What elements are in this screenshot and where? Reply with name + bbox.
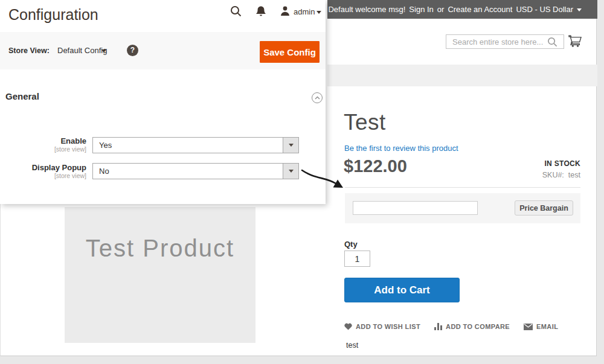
sku-line: SKU#:test <box>399 171 580 179</box>
qty-input[interactable] <box>344 251 370 267</box>
enable-field-label: Enable [store view] <box>0 137 86 153</box>
search-icon[interactable] <box>547 37 557 47</box>
add-to-compare-link[interactable]: ADD TO COMPARE <box>434 323 510 330</box>
notifications-bell-icon[interactable] <box>255 5 266 18</box>
collapse-section-icon[interactable] <box>312 92 323 103</box>
create-account-link[interactable]: Create an Account <box>448 5 512 14</box>
admin-config-panel: Configuration admin Store View: Default … <box>0 0 326 204</box>
admin-toolbar: Store View: Default Config ? Save Config <box>0 32 326 69</box>
field-scope: [store view] <box>0 145 86 153</box>
product-actions: ADD TO WISH LIST ADD TO COMPARE EMAIL <box>344 323 586 330</box>
chevron-down-icon[interactable] <box>101 49 106 53</box>
heart-icon <box>344 323 352 330</box>
price-bargain-panel: Price Bargain <box>345 193 580 223</box>
email-icon <box>524 324 533 330</box>
save-config-button[interactable]: Save Config <box>260 41 320 63</box>
currency-selector[interactable]: USD - US Dollar <box>516 5 582 14</box>
bargain-price-input[interactable] <box>353 201 478 215</box>
section-title-general: General <box>5 91 39 101</box>
add-to-wishlist-link[interactable]: ADD TO WISH LIST <box>344 323 420 330</box>
enable-select[interactable]: Yes <box>92 137 299 153</box>
admin-search-icon[interactable] <box>230 5 242 17</box>
admin-user-icon[interactable] <box>280 5 291 16</box>
price-bargain-button[interactable]: Price Bargain <box>515 200 573 216</box>
email-label: EMAIL <box>536 323 558 330</box>
chevron-down-icon[interactable] <box>316 11 321 14</box>
help-icon[interactable]: ? <box>127 45 138 56</box>
add-to-cart-button[interactable]: Add to Cart <box>344 278 460 302</box>
wishlist-label: ADD TO WISH LIST <box>356 323 420 330</box>
compare-icon <box>434 323 442 330</box>
stock-sku-block: IN STOCK SKU#:test <box>399 159 580 179</box>
search-input[interactable] <box>446 34 564 49</box>
product-description: test <box>346 341 358 350</box>
compare-label: ADD TO COMPARE <box>446 323 510 330</box>
product-title: Test <box>344 110 386 135</box>
page-title: Configuration <box>8 6 98 24</box>
field-scope: [store view] <box>0 172 86 180</box>
email-link[interactable]: EMAIL <box>524 323 558 330</box>
stock-status: IN STOCK <box>399 159 580 168</box>
admin-user-label[interactable]: admin <box>294 7 315 16</box>
cart-icon[interactable] <box>568 35 582 47</box>
store-view-selector[interactable]: Default Config <box>57 46 107 55</box>
qty-label: Qty <box>344 240 358 249</box>
currency-label: USD - US Dollar <box>516 5 573 14</box>
product-price: $122.00 <box>344 156 407 176</box>
breadcrumb-band <box>327 65 597 86</box>
or-text: or <box>437 5 445 14</box>
review-link[interactable]: Be the first to review this product <box>344 144 458 153</box>
welcome-message: Default welcome msg! <box>328 5 405 14</box>
chevron-down-icon <box>283 138 298 153</box>
sku-value: test <box>568 171 580 179</box>
product-image-placeholder: Test Product <box>65 207 255 343</box>
field-label: Enable <box>0 137 86 145</box>
chevron-down-icon <box>577 8 582 11</box>
display-popup-select[interactable]: No <box>92 163 299 179</box>
screen: Default welcome msg! Sign In or Create a… <box>0 0 604 364</box>
placeholder-label: Test Product <box>86 235 234 261</box>
store-view-label: Store View: <box>8 46 50 55</box>
sku-label: SKU#: <box>542 171 564 179</box>
divider <box>345 187 580 188</box>
select-value: Yes <box>99 141 112 150</box>
select-value: No <box>99 167 109 176</box>
storefront-topbar: Default welcome msg! Sign In or Create a… <box>327 0 597 19</box>
sign-in-link[interactable]: Sign In <box>409 5 433 14</box>
chevron-down-icon <box>283 164 298 179</box>
display-popup-field-label: Display Popup [store view] <box>0 164 86 180</box>
field-label: Display Popup <box>0 164 86 172</box>
